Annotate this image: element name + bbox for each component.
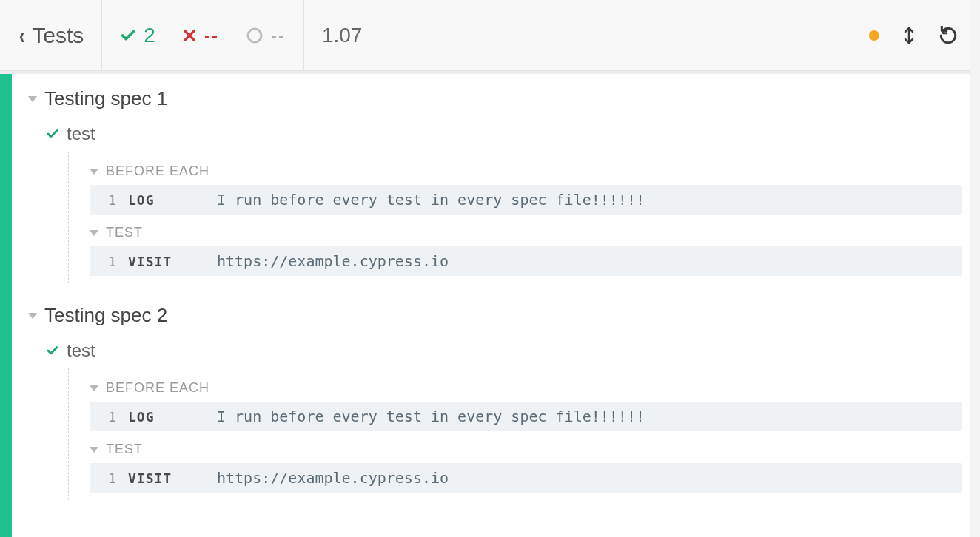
- hook-label: TEST: [106, 442, 143, 457]
- hook-label: BEFORE EACH: [106, 163, 209, 179]
- command-message: https://example.cypress.io: [217, 469, 449, 487]
- test-row[interactable]: test: [25, 333, 962, 368]
- duration-cell: 1.07: [304, 0, 381, 70]
- hook-header[interactable]: BEFORE EACH: [90, 158, 962, 185]
- hook-label: BEFORE EACH: [106, 380, 209, 396]
- command-row[interactable]: 1 VISIT https://example.cypress.io: [90, 246, 962, 276]
- svg-point-2: [248, 29, 261, 42]
- pending-count: --: [271, 25, 286, 46]
- status-rail: [0, 74, 12, 537]
- back-to-tests-button[interactable]: ‹ Tests: [0, 0, 102, 70]
- command-name: VISIT: [128, 470, 217, 486]
- command-number: 1: [97, 470, 116, 486]
- fail-count: --: [204, 25, 219, 46]
- stats-cell: 2 -- --: [102, 0, 304, 70]
- command-name: LOG: [128, 409, 217, 425]
- x-icon: [182, 28, 197, 43]
- caret-down-icon: [90, 169, 98, 175]
- hook-label: TEST: [106, 225, 143, 240]
- pass-count: 2: [144, 24, 155, 47]
- runner-body: Testing spec 1 test BEFORE EACH 1 LOG I …: [0, 71, 980, 537]
- test-name: test: [67, 340, 95, 361]
- spec-title-row[interactable]: Testing spec 2: [25, 298, 962, 333]
- status-dot-icon: [869, 30, 879, 41]
- test-row[interactable]: test: [25, 116, 962, 152]
- hook-header[interactable]: TEST: [90, 436, 962, 463]
- header-right: [869, 0, 980, 70]
- spec-title: Testing spec 2: [44, 304, 167, 327]
- back-label: Tests: [32, 23, 84, 48]
- command-message: I run before every test in every spec fi…: [217, 408, 645, 425]
- caret-down-icon: [90, 230, 98, 236]
- runner-header: ‹ Tests 2 -- -- 1.07: [0, 0, 980, 71]
- command-message: https://example.cypress.io: [217, 252, 449, 270]
- duration-value: 1.07: [322, 24, 363, 47]
- chevron-left-icon: ‹: [19, 21, 25, 50]
- viewport-toggle-button[interactable]: [902, 26, 916, 45]
- command-name: VISIT: [128, 254, 217, 269]
- caret-down-icon: [28, 313, 37, 319]
- caret-down-icon: [28, 96, 37, 102]
- check-icon: [120, 27, 136, 44]
- caret-down-icon: [90, 385, 98, 391]
- check-icon: [46, 127, 59, 141]
- header-left: ‹ Tests 2 -- -- 1.07: [0, 0, 380, 70]
- command-area: BEFORE EACH 1 LOG I run before every tes…: [68, 152, 962, 283]
- test-name: test: [67, 124, 95, 144]
- hook-header[interactable]: BEFORE EACH: [90, 374, 962, 402]
- command-name: LOG: [128, 192, 217, 208]
- circle-icon: [246, 27, 264, 44]
- caret-down-icon: [90, 447, 98, 453]
- spec-title-row[interactable]: Testing spec 1: [25, 81, 962, 116]
- restart-button[interactable]: [939, 26, 958, 45]
- spec-title: Testing spec 1: [44, 87, 167, 110]
- command-area: BEFORE EACH 1 LOG I run before every tes…: [68, 368, 962, 500]
- command-row[interactable]: 1 VISIT https://example.cypress.io: [90, 463, 962, 493]
- spec-block: Testing spec 2 test BEFORE EACH 1 LOG I …: [25, 298, 962, 500]
- command-number: 1: [97, 192, 116, 208]
- command-row[interactable]: 1 LOG I run before every test in every s…: [90, 402, 962, 431]
- command-number: 1: [97, 409, 116, 425]
- command-log: Testing spec 1 test BEFORE EACH 1 LOG I …: [12, 74, 980, 537]
- spec-block: Testing spec 1 test BEFORE EACH 1 LOG I …: [25, 81, 962, 283]
- hook-header[interactable]: TEST: [90, 219, 962, 246]
- scrollbar-track[interactable]: [970, 0, 980, 537]
- command-number: 1: [97, 254, 116, 269]
- command-message: I run before every test in every spec fi…: [217, 191, 645, 209]
- check-icon: [46, 344, 59, 357]
- command-row[interactable]: 1 LOG I run before every test in every s…: [90, 185, 962, 215]
